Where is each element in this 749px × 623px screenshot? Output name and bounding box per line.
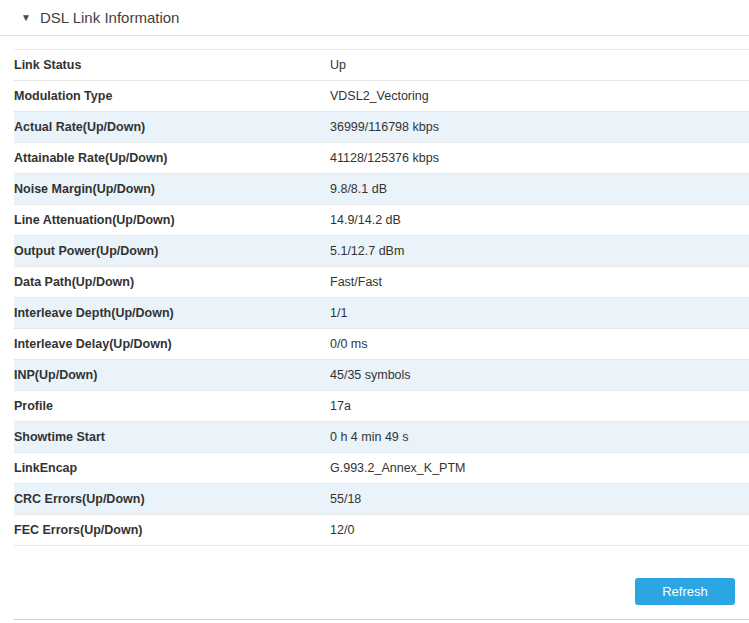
bottom-divider	[14, 619, 749, 620]
row-label: Link Status	[14, 50, 330, 81]
row-value: 1/1	[330, 298, 749, 329]
row-label: Profile	[14, 391, 330, 422]
table-row: FEC Errors(Up/Down)12/0	[14, 515, 749, 546]
table-row: Showtime Start0 h 4 min 49 s	[14, 422, 749, 453]
table-row: Noise Margin(Up/Down)9.8/8.1 dB	[14, 174, 749, 205]
row-label: CRC Errors(Up/Down)	[14, 484, 330, 515]
table-row: Link StatusUp	[14, 50, 749, 81]
panel-header[interactable]: ▼ DSL Link Information	[0, 0, 749, 28]
row-label: FEC Errors(Up/Down)	[14, 515, 330, 546]
row-value: 14.9/14.2 dB	[330, 205, 749, 236]
collapse-triangle-icon[interactable]: ▼	[21, 13, 31, 23]
row-label: Interleave Delay(Up/Down)	[14, 329, 330, 360]
table-row: Modulation TypeVDSL2_Vectoring	[14, 81, 749, 112]
row-value: 0 h 4 min 49 s	[330, 422, 749, 453]
table-row: Actual Rate(Up/Down)36999/116798 kbps	[14, 112, 749, 143]
refresh-button[interactable]: Refresh	[635, 578, 735, 605]
table-row: Profile17a	[14, 391, 749, 422]
table-row: Attainable Rate(Up/Down)41128/125376 kbp…	[14, 143, 749, 174]
row-label: Showtime Start	[14, 422, 330, 453]
row-value: 17a	[330, 391, 749, 422]
row-label: INP(Up/Down)	[14, 360, 330, 391]
row-value: G.993.2_Annex_K_PTM	[330, 453, 749, 484]
row-value: 0/0 ms	[330, 329, 749, 360]
row-value: 36999/116798 kbps	[330, 112, 749, 143]
table-row: Interleave Depth(Up/Down)1/1	[14, 298, 749, 329]
row-label: Actual Rate(Up/Down)	[14, 112, 330, 143]
table-row: CRC Errors(Up/Down)55/18	[14, 484, 749, 515]
row-label: Interleave Depth(Up/Down)	[14, 298, 330, 329]
row-label: Output Power(Up/Down)	[14, 236, 330, 267]
row-label: Attainable Rate(Up/Down)	[14, 143, 330, 174]
table-row: Output Power(Up/Down)5.1/12.7 dBm	[14, 236, 749, 267]
dsl-info-table: Link StatusUpModulation TypeVDSL2_Vector…	[14, 49, 749, 546]
row-label: Noise Margin(Up/Down)	[14, 174, 330, 205]
table-row: Interleave Delay(Up/Down)0/0 ms	[14, 329, 749, 360]
row-value: Fast/Fast	[330, 267, 749, 298]
row-value: 12/0	[330, 515, 749, 546]
panel-title: DSL Link Information	[40, 9, 180, 26]
table-row: Data Path(Up/Down)Fast/Fast	[14, 267, 749, 298]
header-separator	[0, 35, 749, 36]
table-row: LinkEncapG.993.2_Annex_K_PTM	[14, 453, 749, 484]
row-label: Modulation Type	[14, 81, 330, 112]
row-value: 5.1/12.7 dBm	[330, 236, 749, 267]
row-label: Data Path(Up/Down)	[14, 267, 330, 298]
table-row: Line Attenuation(Up/Down)14.9/14.2 dB	[14, 205, 749, 236]
row-value: 55/18	[330, 484, 749, 515]
row-label: LinkEncap	[14, 453, 330, 484]
row-value: 9.8/8.1 dB	[330, 174, 749, 205]
row-label: Line Attenuation(Up/Down)	[14, 205, 330, 236]
row-value: VDSL2_Vectoring	[330, 81, 749, 112]
row-value: 45/35 symbols	[330, 360, 749, 391]
row-value: 41128/125376 kbps	[330, 143, 749, 174]
row-value: Up	[330, 50, 749, 81]
table-row: INP(Up/Down)45/35 symbols	[14, 360, 749, 391]
dsl-link-information-panel: ▼ DSL Link Information Link StatusUpModu…	[0, 0, 749, 623]
